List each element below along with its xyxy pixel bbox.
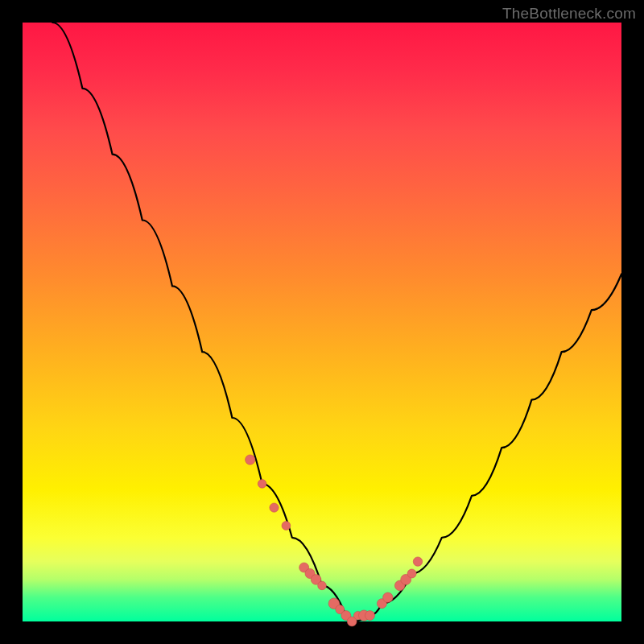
highlight-dot: [365, 611, 375, 621]
highlight-dots: [246, 455, 423, 626]
highlight-dot: [270, 503, 279, 512]
highlight-dot: [282, 522, 291, 530]
watermark-text: TheBottleneck.com: [502, 5, 636, 23]
highlight-dot: [258, 480, 266, 489]
highlight-dot: [407, 569, 416, 578]
highlight-dot: [318, 581, 327, 590]
highlight-dot: [413, 557, 422, 566]
chart-frame: TheBottleneck.com: [0, 0, 644, 644]
highlight-dot: [383, 592, 393, 602]
bottleneck-curve: [52, 23, 621, 621]
highlight-dot: [246, 455, 255, 464]
chart-svg: [23, 23, 621, 621]
plot-area: [23, 23, 621, 621]
